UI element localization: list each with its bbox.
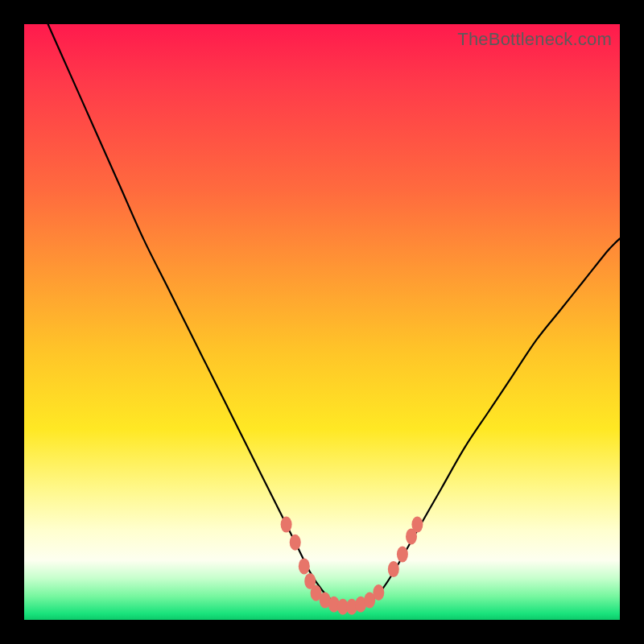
marker-dot — [397, 547, 408, 563]
chart-svg — [24, 24, 620, 620]
plot-area: TheBottleneck.com — [24, 24, 620, 620]
marker-dot — [373, 584, 384, 601]
series-curve — [48, 24, 620, 607]
marker-dot — [281, 517, 292, 533]
marker-dot — [299, 558, 310, 574]
marker-dot — [411, 517, 423, 533]
marker-group — [281, 517, 423, 615]
chart-frame: TheBottleneck.com — [0, 0, 644, 644]
marker-dot — [290, 535, 301, 551]
marker-dot — [388, 561, 399, 577]
